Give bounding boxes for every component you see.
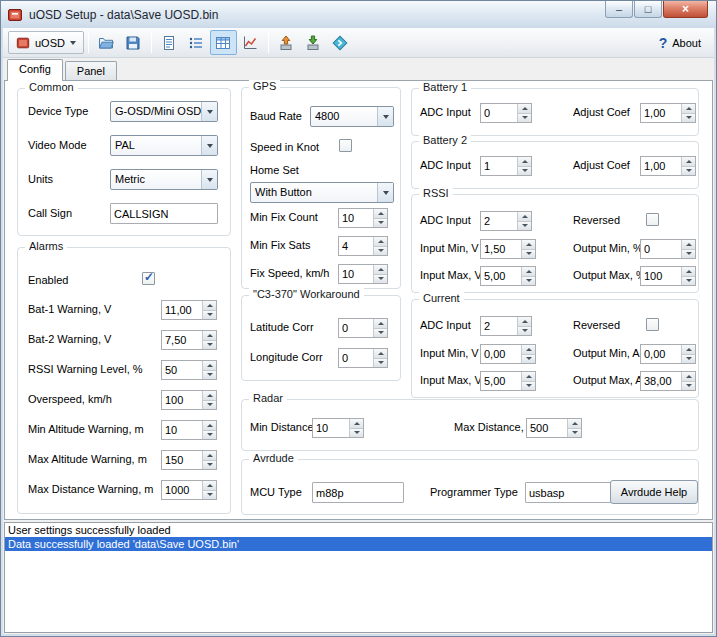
- current-output-max-spinner[interactable]: 38,00: [640, 371, 696, 391]
- save-button[interactable]: [120, 30, 147, 55]
- spin-up-button[interactable]: [374, 237, 387, 246]
- spin-down-button[interactable]: [522, 381, 535, 391]
- radar-min-distance-spinner[interactable]: 10: [312, 418, 364, 438]
- spin-up-button[interactable]: [350, 419, 363, 428]
- video-mode-select[interactable]: PAL: [110, 135, 218, 156]
- spin-up-button[interactable]: [374, 265, 387, 274]
- spin-up-button[interactable]: [568, 419, 581, 428]
- rssi-input-min-spinner[interactable]: 1,50: [480, 239, 536, 259]
- spin-down-button[interactable]: [203, 340, 216, 350]
- spin-down-button[interactable]: [682, 113, 695, 123]
- log-line[interactable]: User settings successfully loaded: [5, 523, 712, 537]
- spin-up-button[interactable]: [682, 372, 695, 381]
- spin-down-button[interactable]: [350, 428, 363, 438]
- close-button[interactable]: ×: [663, 1, 708, 18]
- spin-up-button[interactable]: [203, 331, 216, 340]
- spin-down-button[interactable]: [568, 428, 581, 438]
- avrdude-help-button[interactable]: Avrdude Help: [610, 480, 698, 504]
- maximize-button[interactable]: □: [634, 1, 662, 18]
- rssi-adc-input-spinner[interactable]: 2: [480, 211, 532, 231]
- spin-down-button[interactable]: [682, 249, 695, 259]
- spin-up-button[interactable]: [682, 104, 695, 113]
- chevron-down-icon[interactable]: [201, 170, 217, 189]
- log-line-selected[interactable]: Data successfully loaded 'data\Save UOSD…: [5, 537, 712, 551]
- spin-down-button[interactable]: [522, 354, 535, 364]
- uosd-menu-button[interactable]: uOSD: [8, 31, 84, 54]
- latitude-corr-spinner[interactable]: 0: [338, 318, 388, 338]
- current-output-min-spinner[interactable]: 0,00: [640, 344, 696, 364]
- longitude-corr-spinner[interactable]: 0: [338, 348, 388, 368]
- spin-up-button[interactable]: [518, 104, 531, 113]
- open-button[interactable]: [93, 30, 120, 55]
- spin-up-button[interactable]: [203, 451, 216, 460]
- fix-speed-spinner[interactable]: 10: [338, 264, 388, 284]
- min-fix-sats-spinner[interactable]: 4: [338, 236, 388, 256]
- spin-down-button[interactable]: [518, 113, 531, 123]
- spin-up-button[interactable]: [682, 345, 695, 354]
- spin-down-button[interactable]: [203, 370, 216, 380]
- spin-up-button[interactable]: [518, 317, 531, 326]
- device-type-select[interactable]: G-OSD/Mini OSD: [110, 101, 218, 122]
- write-device-button[interactable]: [273, 30, 300, 55]
- min-altitude-spinner[interactable]: 10: [161, 420, 217, 440]
- radar-max-distance-spinner[interactable]: 500: [526, 418, 582, 438]
- spin-down-button[interactable]: [682, 381, 695, 391]
- spin-up-button[interactable]: [522, 345, 535, 354]
- spin-up-button[interactable]: [203, 391, 216, 400]
- battery1-adc-input-spinner[interactable]: 0: [480, 103, 532, 123]
- spin-up-button[interactable]: [522, 267, 535, 276]
- spin-down-button[interactable]: [203, 400, 216, 410]
- spin-up-button[interactable]: [203, 481, 216, 490]
- rssi-warning-spinner[interactable]: 50: [161, 360, 217, 380]
- spin-down-button[interactable]: [682, 354, 695, 364]
- spin-up-button[interactable]: [203, 421, 216, 430]
- spin-down-button[interactable]: [518, 221, 531, 231]
- spin-up-button[interactable]: [203, 301, 216, 310]
- spin-up-button[interactable]: [522, 240, 535, 249]
- spin-down-button[interactable]: [374, 358, 387, 368]
- spin-down-button[interactable]: [374, 328, 387, 338]
- spin-down-button[interactable]: [203, 310, 216, 320]
- spin-up-button[interactable]: [374, 319, 387, 328]
- spin-up-button[interactable]: [518, 212, 531, 221]
- bat1-warning-spinner[interactable]: 11,00: [161, 300, 217, 320]
- spin-down-button[interactable]: [682, 276, 695, 286]
- spin-up-button[interactable]: [518, 157, 531, 166]
- spin-down-button[interactable]: [682, 166, 695, 176]
- spin-up-button[interactable]: [522, 372, 535, 381]
- chart-button[interactable]: [237, 30, 264, 55]
- current-input-min-spinner[interactable]: 0,00: [480, 344, 536, 364]
- minimize-button[interactable]: –: [605, 1, 633, 18]
- spin-up-button[interactable]: [682, 157, 695, 166]
- min-fix-count-spinner[interactable]: 10: [338, 208, 388, 228]
- baud-rate-select[interactable]: 4800: [310, 106, 394, 127]
- call-sign-input[interactable]: [110, 203, 218, 224]
- max-distance-warning-spinner[interactable]: 1000: [161, 480, 217, 500]
- spin-down-button[interactable]: [374, 274, 387, 284]
- spin-down-button[interactable]: [518, 166, 531, 176]
- chevron-down-icon[interactable]: [201, 136, 217, 155]
- tab-panel[interactable]: Panel: [65, 61, 117, 80]
- spin-down-button[interactable]: [203, 490, 216, 500]
- battery1-adjust-coef-spinner[interactable]: 1,00: [640, 103, 696, 123]
- title-bar[interactable]: uOSD Setup - data\Save UOSD.bin – □ ×: [1, 1, 716, 28]
- units-select[interactable]: Metric: [110, 169, 218, 190]
- rssi-output-min-spinner[interactable]: 0: [640, 239, 696, 259]
- rssi-input-max-spinner[interactable]: 5,00: [480, 266, 536, 286]
- battery2-adc-input-spinner[interactable]: 1: [480, 156, 532, 176]
- spin-down-button[interactable]: [203, 430, 216, 440]
- current-adc-input-spinner[interactable]: 2: [480, 316, 532, 336]
- battery2-adjust-coef-spinner[interactable]: 1,00: [640, 156, 696, 176]
- grid-view-button[interactable]: [210, 30, 237, 55]
- spin-down-button[interactable]: [522, 276, 535, 286]
- spin-down-button[interactable]: [518, 326, 531, 336]
- about-button[interactable]: ? About: [651, 33, 709, 53]
- spin-up-button[interactable]: [374, 349, 387, 358]
- current-input-max-spinner[interactable]: 5,00: [480, 371, 536, 391]
- spin-up-button[interactable]: [203, 361, 216, 370]
- rssi-output-max-spinner[interactable]: 100: [640, 266, 696, 286]
- report-button[interactable]: [156, 30, 183, 55]
- enabled-checkbox[interactable]: ✓: [142, 272, 155, 285]
- mcu-type-input[interactable]: [312, 482, 404, 503]
- chevron-down-icon[interactable]: [377, 107, 393, 126]
